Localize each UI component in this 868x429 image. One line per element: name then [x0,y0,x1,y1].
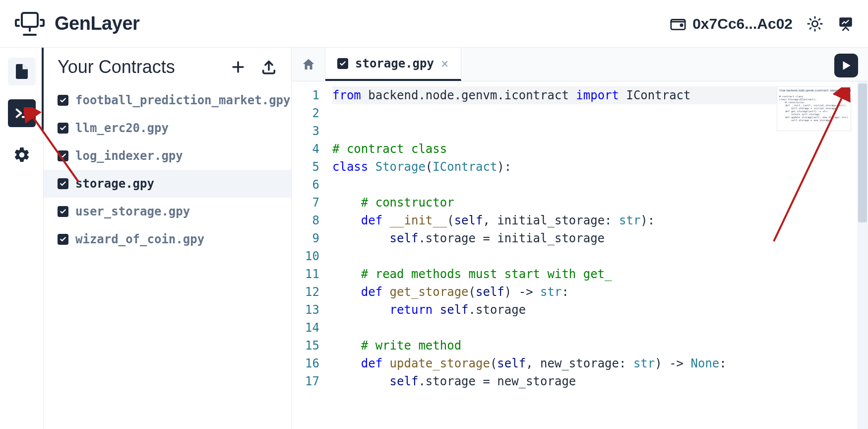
contract-name: llm_erc20.gpy [75,121,169,135]
code-editor[interactable]: 1234567891011121314151617 from backend.n… [292,81,868,429]
brand-name: GenLayer [55,13,139,34]
svg-point-3 [812,21,817,26]
contract-name: user_storage.gpy [75,205,190,218]
file-icon [58,123,68,134]
line-gutter: 1234567891011121314151617 [292,81,326,429]
contract-name: storage.gpy [75,177,154,191]
app-header: GenLayer 0x7Cc6...Ac02 [0,0,868,48]
editor-tab-active[interactable]: storage.gpy × [325,48,461,81]
nav-settings-button[interactable] [8,141,36,169]
file-icon [58,234,68,245]
file-icon [58,206,68,217]
nav-rail [0,48,44,429]
brand-logo-icon [14,8,46,40]
sidebar-actions [230,59,277,75]
upload-contract-button[interactable] [260,59,277,75]
editor-area: storage.gpy × 1234567891011121314151617 … [292,48,868,429]
close-tab-icon[interactable]: × [441,56,449,71]
contract-item[interactable]: llm_erc20.gpy [44,114,291,142]
code-content[interactable]: from backend.node.genvm.icontract import… [326,81,868,429]
brand: GenLayer [14,8,139,40]
add-contract-button[interactable] [230,59,247,75]
tabbar: storage.gpy × [292,48,868,81]
file-icon [58,178,68,189]
contract-item[interactable]: user_storage.gpy [44,198,291,225]
rail-active-indicator [42,48,44,131]
home-tab[interactable] [292,48,325,81]
contract-name: wizard_of_coin.gpy [75,232,204,246]
contract-item[interactable]: storage.gpy [44,170,291,198]
contract-item[interactable]: log_indexer.gpy [44,142,291,170]
contract-list: football_prediction_market.gpyllm_erc20.… [44,86,291,253]
sidebar: Your Contracts football_prediction_marke… [44,48,292,429]
run-button[interactable] [834,54,858,77]
svg-rect-4 [839,17,852,26]
contract-name: football_prediction_market.gpy [75,93,290,107]
header-actions: 0x7Cc6...Ac02 [670,15,854,32]
nav-files-button[interactable] [8,58,36,85]
presentation-icon[interactable] [837,15,854,32]
vertical-scrollbar[interactable] [857,81,868,429]
nav-terminal-button[interactable] [8,99,36,127]
wallet-icon [670,15,686,32]
svg-marker-9 [843,61,851,70]
wallet-address-text: 0x7Cc6...Ac02 [692,15,793,32]
file-icon [337,58,348,69]
sidebar-title: Your Contracts [58,57,175,77]
scroll-thumb[interactable] [858,83,867,222]
svg-rect-0 [22,13,38,27]
theme-toggle-icon[interactable] [806,15,823,32]
file-icon [58,95,68,106]
minimap[interactable]: from backend.node.genvm.icontract import… [777,86,851,131]
wallet-address[interactable]: 0x7Cc6...Ac02 [670,15,793,32]
contract-name: log_indexer.gpy [75,149,183,163]
tab-label: storage.gpy [355,57,434,71]
app-body: Your Contracts football_prediction_marke… [0,48,868,429]
file-icon [58,150,68,161]
svg-point-2 [681,24,682,26]
contract-item[interactable]: football_prediction_market.gpy [44,86,291,114]
sidebar-header: Your Contracts [44,57,291,86]
contract-item[interactable]: wizard_of_coin.gpy [44,225,291,253]
